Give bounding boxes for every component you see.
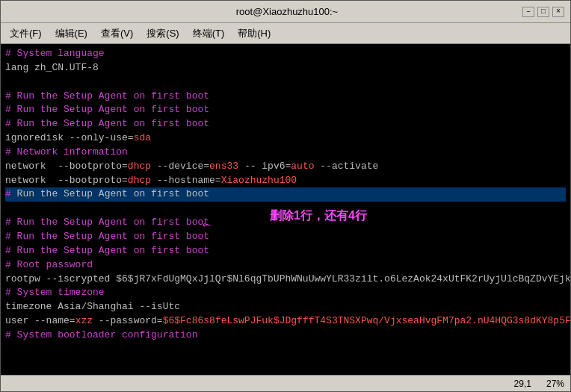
cursor-position: 29,1 [514, 379, 531, 389]
menu-edit[interactable]: 编辑(E) [49, 25, 93, 42]
menu-file[interactable]: 文件(F) [4, 25, 48, 42]
terminal-text: # System language lang zh_CN.UTF-8 # Run… [5, 47, 566, 343]
titlebar: root@Xiaozhuzhu100:~ – □ × [1, 1, 570, 23]
menu-search[interactable]: 搜索(S) [141, 25, 185, 42]
menu-terminal[interactable]: 终端(T) [187, 25, 231, 42]
close-button[interactable]: × [552, 7, 564, 17]
window-controls: – □ × [522, 7, 564, 17]
terminal-body[interactable]: # System language lang zh_CN.UTF-8 # Run… [1, 44, 570, 375]
maximize-button[interactable]: □ [537, 7, 549, 17]
minimize-button[interactable]: – [522, 7, 534, 17]
menu-view[interactable]: 查看(V) [95, 25, 139, 42]
arrow-indicator: ← [203, 217, 211, 232]
menu-help[interactable]: 帮助(H) [232, 25, 277, 42]
window-title: root@Xiaozhuzhu100:~ [52, 6, 522, 17]
statusbar: 29,1 27% [1, 375, 570, 391]
annotation-text: 删除1行，还有4行 [270, 208, 367, 224]
terminal-window: root@Xiaozhuzhu100:~ – □ × 文件(F) 编辑(E) 查… [0, 0, 571, 392]
scroll-percent: 27% [546, 379, 564, 389]
menubar: 文件(F) 编辑(E) 查看(V) 搜索(S) 终端(T) 帮助(H) [1, 23, 570, 44]
